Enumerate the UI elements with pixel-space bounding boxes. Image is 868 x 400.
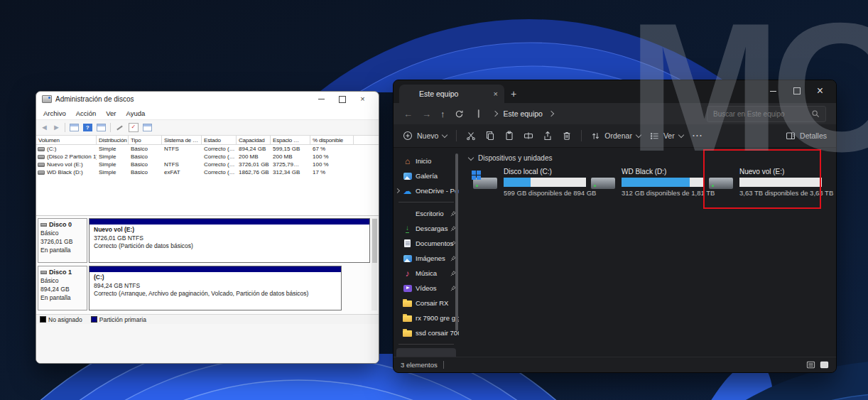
rename-icon[interactable] — [523, 131, 533, 141]
column-capacidad[interactable]: Capacidad — [237, 136, 271, 144]
sidebar-item-escritorio[interactable]: Escritorio — [394, 206, 459, 221]
sidebar-item-corsair-rx[interactable]: Corsair RX — [394, 296, 459, 310]
minimize-button[interactable] — [311, 92, 332, 107]
address-bar[interactable]: Este equipo — [473, 105, 698, 122]
tab-bar[interactable]: Este equipo × + × — [394, 80, 836, 103]
properties-check-icon[interactable]: ✓ — [129, 123, 139, 132]
sidebar-scrollbar[interactable] — [455, 153, 458, 331]
table-row[interactable]: WD Black (D:) Simple Básico exFAT Correc… — [36, 168, 379, 176]
up-icon[interactable]: ↑ — [440, 109, 445, 119]
disk-1-label[interactable]: Disco 1 Básico 894,24 GB En pantalla — [38, 266, 87, 310]
menu-accion[interactable]: Acción — [71, 109, 102, 117]
back-icon[interactable]: ← — [403, 109, 413, 119]
status-bar: 3 elementos — [394, 357, 836, 372]
drive-e-tile[interactable]: Nuevo vol (E:) 3,63 TB disponibles de 3,… — [705, 166, 823, 198]
disk-management-titlebar[interactable]: Administración de discos × — [36, 92, 379, 107]
maximize-button[interactable] — [332, 92, 352, 107]
paste-icon[interactable] — [504, 131, 514, 141]
drive-c-tile[interactable]: Disco local (C:) 599 GB disponibles de 8… — [469, 166, 587, 198]
primary-partition-swatch — [91, 316, 97, 323]
share-icon[interactable] — [543, 131, 553, 141]
forward-icon[interactable]: → — [422, 109, 431, 119]
sidebar-item-documentos[interactable]: Documentos — [394, 236, 459, 251]
command-bar: Nuevo Ordenar Ver ··· — [394, 124, 836, 148]
menu-archivo[interactable]: Archivo — [38, 109, 71, 117]
delete-icon[interactable] — [562, 131, 572, 141]
close-button[interactable]: × — [352, 92, 373, 107]
table-row[interactable]: (C:) Simple Básico NTFS Correcto (… 894,… — [36, 145, 379, 153]
help-icon[interactable]: ? — [83, 124, 92, 131]
column-sistema[interactable]: Sistema de … — [162, 136, 202, 144]
table-row[interactable]: Nuevo vol (E:) Simple Básico NTFS Correc… — [36, 161, 379, 168]
copy-icon[interactable] — [485, 131, 495, 141]
menu-ayuda[interactable]: Ayuda — [121, 109, 150, 117]
column-volumen[interactable]: Volumen — [36, 136, 97, 144]
list-view-icon[interactable] — [806, 360, 815, 369]
close-button[interactable]: × — [808, 82, 832, 100]
disk-0-partition[interactable]: Nuevo vol (E:) 3726,01 GB NTFS Correcto … — [89, 218, 370, 263]
refresh-icon[interactable] — [455, 109, 464, 119]
volume-icon — [38, 147, 45, 151]
item-count: 3 elementos — [401, 361, 438, 369]
maximize-button[interactable] — [785, 82, 808, 100]
more-options-icon[interactable]: ··· — [693, 131, 703, 140]
new-tab-button[interactable]: + — [504, 85, 523, 103]
pictures-icon — [403, 254, 412, 263]
graph-scrollbar[interactable] — [371, 218, 377, 310]
sidebar-item-rx-7900[interactable]: rx 7900 gre giga — [394, 310, 459, 325]
sidebar-item-descargas[interactable]: ↓ Descargas — [394, 221, 459, 236]
sort-icon — [591, 131, 600, 141]
large-icons-view-icon[interactable] — [820, 360, 829, 369]
sidebar-item-inicio[interactable]: ⌂ Inicio — [394, 153, 459, 168]
sidebar-item-musica[interactable]: ♪ Música — [394, 266, 459, 281]
menu-ver[interactable]: Ver — [101, 109, 121, 117]
menu-bar: Archivo Acción Ver Ayuda — [36, 107, 379, 119]
folder-icon — [403, 328, 412, 337]
search-input[interactable] — [713, 110, 811, 118]
chevron-down-icon — [678, 131, 683, 137]
sidebar-item-ssd-corsair[interactable]: ssd corsair 700 p — [394, 325, 459, 340]
search-icon — [811, 109, 820, 118]
column-espacio[interactable]: Espacio … — [271, 136, 310, 144]
drive-d-tile[interactable]: WD Black (D:) 312 GB disponibles de 1,81… — [587, 166, 705, 198]
minimize-button[interactable] — [761, 82, 785, 100]
column-disponible[interactable]: % disponible — [310, 136, 354, 144]
sidebar-item-galeria[interactable]: Galería — [394, 168, 459, 183]
sort-button[interactable]: Ordenar — [591, 131, 641, 141]
sidebar-item-videos[interactable]: Vídeos — [394, 281, 459, 296]
view-button[interactable]: Ver — [650, 131, 683, 141]
panel-icon[interactable] — [143, 124, 152, 131]
table-empty-area — [36, 176, 379, 215]
column-tipo[interactable]: Tipo — [129, 136, 162, 144]
disk-1-partition[interactable]: (C:) 894,24 GB NTFS Correcto (Arranque, … — [89, 266, 342, 310]
sidebar-item-imagenes[interactable]: Imágenes — [394, 251, 459, 266]
details-toggle[interactable]: Detalles — [786, 131, 827, 141]
folder-icon — [403, 313, 412, 323]
sidebar-item-este-equipo-partial[interactable] — [396, 348, 456, 357]
chevron-down-icon — [636, 131, 641, 137]
gallery-icon — [403, 171, 412, 180]
disk-0-label[interactable]: Disco 0 Básico 3726,01 GB En pantalla — [38, 218, 87, 263]
search-box[interactable] — [707, 106, 826, 122]
cut-icon[interactable] — [466, 131, 476, 141]
table-row[interactable]: (Disco 2 Partición 1) Simple Básico Corr… — [36, 153, 379, 161]
column-distribucion[interactable]: Distribución — [97, 136, 129, 144]
scrollbar-thumb[interactable] — [372, 219, 377, 263]
export-list-icon[interactable] — [115, 124, 124, 131]
back-icon[interactable]: ◄ — [40, 124, 48, 131]
navigation-bar: ← → ↑ Este equipo — [394, 103, 836, 124]
tab-close-icon[interactable]: × — [494, 90, 498, 98]
forward-icon[interactable]: ► — [53, 124, 60, 131]
new-button[interactable]: Nuevo — [403, 131, 447, 141]
drive-icon — [473, 171, 498, 190]
expand-chevron-icon[interactable] — [395, 188, 400, 193]
breadcrumb[interactable]: Este equipo — [504, 109, 543, 118]
sidebar-item-onedrive[interactable]: ☁ OneDrive - Perso — [394, 183, 459, 198]
column-estado[interactable]: Estado — [202, 136, 237, 144]
section-dispositivos[interactable]: Dispositivos y unidades — [469, 152, 836, 163]
tab-este-equipo[interactable]: Este equipo × — [399, 85, 504, 103]
console-window-icon-2[interactable] — [97, 124, 106, 131]
breadcrumb-chevron-icon — [548, 111, 554, 117]
console-window-icon[interactable] — [70, 124, 79, 131]
breadcrumb-chevron-icon — [492, 111, 497, 117]
